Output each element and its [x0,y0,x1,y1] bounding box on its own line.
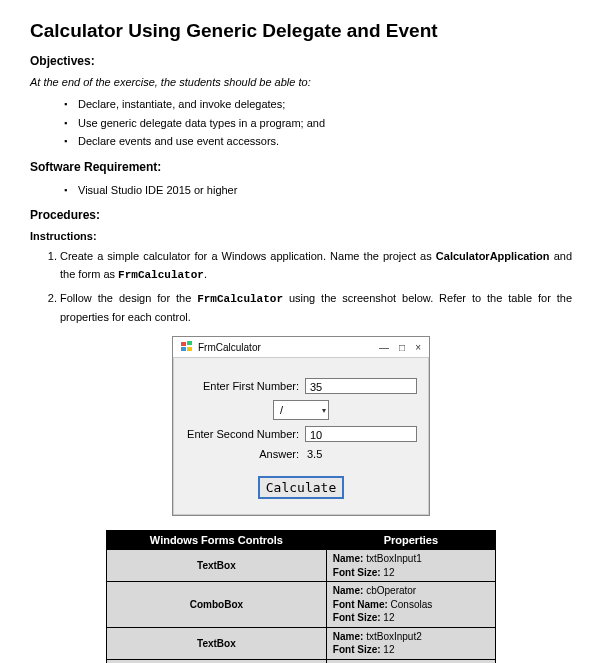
property-line: Font Name: Consolas [333,598,489,612]
property-key: Font Name: [333,599,388,610]
property-key: Font Size: [333,644,381,655]
close-icon[interactable]: × [415,342,421,353]
objective-item: Use generic delegate data types in a pro… [64,115,572,132]
instructions-heading: Instructions: [30,230,572,242]
step-text: Follow the design for the [60,292,197,304]
table-row: TextBoxName: txtBoxInput1Font Size: 12 [107,550,496,582]
property-key: Name: [333,631,364,642]
properties-table: Windows Forms Controls Properties TextBo… [106,530,496,663]
chevron-down-icon: ▾ [322,406,326,415]
property-value: 12 [381,644,395,655]
properties-cell: Name: txtBoxInput2Font Size: 12 [326,627,495,659]
answer-value: 3.5 [305,448,322,460]
second-number-input[interactable]: 10 [305,426,417,442]
instruction-step: Follow the design for the FrmCalculator … [60,290,572,326]
instruction-step: Create a simple calculator for a Windows… [60,248,572,284]
label-second-number: Enter Second Number: [185,428,305,440]
table-row: ComboBoxName: cbOperatorFont Name: Conso… [107,582,496,628]
step-text: . [204,268,207,280]
control-cell: Label [107,659,327,663]
properties-cell: Name: cbOperatorFont Name: ConsolasFont … [326,582,495,628]
procedures-heading: Procedures: [30,208,572,222]
table-row: TextBoxName: txtBoxInput2Font Size: 12 [107,627,496,659]
svg-rect-1 [187,341,192,345]
step-mono: FrmCalculator [197,293,283,305]
instructions-list: Create a simple calculator for a Windows… [30,248,572,326]
property-line: Name: txtBoxInput1 [333,552,489,566]
property-key: Font Size: [333,612,381,623]
property-key: Name: [333,585,364,596]
th-properties: Properties [326,531,495,550]
property-line: Font Size: 12 [333,611,489,625]
calculate-button[interactable]: Calculate [258,476,344,499]
property-value: 12 [381,612,395,623]
operator-combobox[interactable]: / ▾ [273,400,329,420]
property-key: Font Size: [333,567,381,578]
property-line: Name: txtBoxInput2 [333,630,489,644]
objective-item: Declare events and use event accessors. [64,133,572,150]
first-number-input[interactable]: 35 [305,378,417,394]
control-cell: TextBox [107,627,327,659]
label-first-number: Enter First Number: [185,380,305,392]
app-icon [181,341,193,353]
label-answer: Answer: [185,448,305,460]
objectives-heading: Objectives: [30,54,572,68]
property-value: 12 [381,567,395,578]
step-mono: FrmCalculator [118,269,204,281]
form-window: FrmCalculator — □ × Enter First Number: … [172,336,430,516]
property-value: Consolas [388,599,432,610]
objective-item: Declare, instantiate, and invoke delegat… [64,96,572,113]
form-titlebar: FrmCalculator — □ × [173,337,429,358]
svg-rect-2 [181,347,186,351]
property-value: txtBoxInput2 [363,631,421,642]
property-value: txtBoxInput1 [363,553,421,564]
step-bold: CalculatorApplication [436,250,550,262]
software-item: Visual Studio IDE 2015 or higher [64,182,572,199]
table-row: LabelName: lblDisplayTotal [107,659,496,663]
svg-rect-0 [181,342,186,346]
svg-rect-3 [187,347,192,351]
objectives-intro: At the end of the exercise, the students… [30,76,572,88]
control-cell: TextBox [107,550,327,582]
maximize-icon[interactable]: □ [399,342,405,353]
property-key: Name: [333,553,364,564]
properties-cell: Name: lblDisplayTotal [326,659,495,663]
property-line: Name: cbOperator [333,584,489,598]
minimize-icon[interactable]: — [379,342,389,353]
property-line: Font Size: 12 [333,643,489,657]
operator-value: / [280,404,283,416]
software-heading: Software Requirement: [30,160,572,174]
th-controls: Windows Forms Controls [107,531,327,550]
objectives-list: Declare, instantiate, and invoke delegat… [64,96,572,150]
control-cell: ComboBox [107,582,327,628]
software-list: Visual Studio IDE 2015 or higher [64,182,572,199]
property-value: cbOperator [363,585,416,596]
property-line: Font Size: 12 [333,566,489,580]
properties-cell: Name: txtBoxInput1Font Size: 12 [326,550,495,582]
step-text: Create a simple calculator for a Windows… [60,250,436,262]
page-title: Calculator Using Generic Delegate and Ev… [30,20,572,42]
window-title: FrmCalculator [198,342,261,353]
